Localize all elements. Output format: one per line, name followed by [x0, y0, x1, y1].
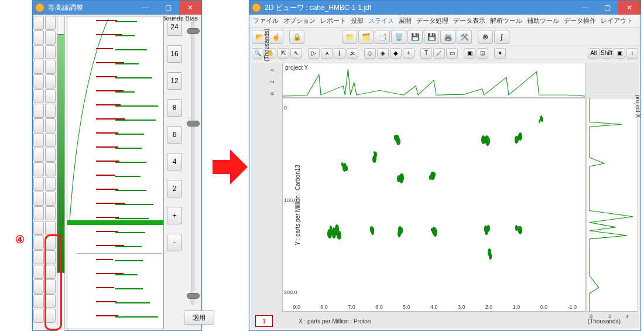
levels-2-button[interactable]: 2	[167, 180, 182, 197]
print-icon[interactable]: 🖨️	[440, 30, 455, 44]
level-button[interactable]	[33, 30, 44, 45]
level-button[interactable]	[45, 118, 56, 132]
level-button[interactable]	[33, 45, 44, 59]
menu-4[interactable]: スライス	[368, 16, 394, 25]
level-button[interactable]	[45, 16, 56, 30]
cursor-icon[interactable]: ↖	[290, 48, 302, 59]
shift-button[interactable]: Shift	[601, 48, 612, 59]
box-icon[interactable]: ▣	[464, 48, 475, 59]
vert-button[interactable]: ↕	[626, 48, 638, 59]
level-button[interactable]	[33, 309, 44, 323]
menu-8[interactable]: 解析ツール	[490, 16, 522, 25]
level-button[interactable]	[33, 279, 44, 294]
bounds-slider[interactable]	[191, 22, 194, 305]
level-button[interactable]	[45, 177, 56, 191]
saveall-icon[interactable]: 💾	[424, 30, 439, 44]
level-button[interactable]	[33, 60, 44, 74]
contour-titlebar[interactable]: 等高線調整	[33, 1, 201, 15]
level-button[interactable]	[45, 279, 56, 294]
magic-icon[interactable]: ✦	[494, 48, 506, 59]
maximize-button[interactable]	[157, 1, 179, 15]
match-icon[interactable]: ⩕	[347, 48, 358, 59]
copy-icon[interactable]: 📑	[375, 30, 390, 44]
levels-16-button[interactable]: 16	[167, 45, 182, 63]
menu-7[interactable]: データ表示	[453, 16, 485, 25]
peak-icon[interactable]: ⋏	[321, 48, 333, 59]
plus-icon[interactable]: +	[403, 48, 415, 59]
close-button[interactable]	[179, 1, 201, 15]
menu-6[interactable]: データ処理	[416, 16, 448, 25]
level-button[interactable]	[45, 89, 56, 103]
minimize-button[interactable]	[135, 1, 157, 15]
save-icon[interactable]: 💾	[407, 30, 423, 44]
select-icon[interactable]: ⇱	[278, 48, 289, 59]
dia2-icon[interactable]: ◈	[377, 48, 389, 59]
menu-3[interactable]: 投影	[351, 16, 364, 25]
menu-9[interactable]: 補助ツール	[527, 16, 559, 25]
levels---button[interactable]: -	[167, 234, 182, 251]
hand-icon[interactable]: ☝️	[268, 30, 283, 44]
level-button[interactable]	[33, 104, 44, 118]
trash-icon[interactable]: 🗑️	[391, 30, 406, 44]
alt-button[interactable]: Alt	[588, 48, 600, 59]
integral-icon[interactable]: ∫	[494, 30, 509, 44]
level-button[interactable]	[45, 30, 56, 45]
folder-icon[interactable]: 📁	[342, 30, 357, 44]
play-icon[interactable]: ▷	[308, 48, 320, 59]
level-button[interactable]	[45, 265, 56, 279]
view-button[interactable]: ▣	[614, 48, 625, 59]
lock-icon[interactable]: 🔒	[289, 30, 304, 44]
level-button[interactable]	[45, 294, 56, 308]
level-button[interactable]	[33, 148, 44, 162]
level-button[interactable]	[45, 236, 56, 250]
maximize-button[interactable]	[596, 1, 618, 15]
level-button[interactable]	[45, 45, 56, 59]
level-button[interactable]	[33, 221, 44, 235]
level-button[interactable]	[33, 206, 44, 220]
page-button[interactable]: 1	[255, 315, 273, 327]
slider-thumb-top[interactable]	[187, 28, 200, 34]
level-button[interactable]	[45, 133, 56, 147]
rect-icon[interactable]: ▭	[446, 48, 458, 59]
level-button[interactable]	[45, 148, 56, 162]
dia1-icon[interactable]: ◇	[364, 48, 376, 59]
level-button[interactable]	[33, 16, 44, 30]
base-icon[interactable]: ⌊	[334, 48, 345, 59]
menu-2[interactable]: レポート	[320, 16, 346, 25]
level-button[interactable]	[33, 177, 44, 191]
levels-8-button[interactable]: 8	[167, 99, 182, 117]
level-button[interactable]	[45, 104, 56, 118]
level-button[interactable]	[33, 162, 44, 176]
levels-+-button[interactable]: +	[167, 207, 182, 224]
level-button[interactable]	[33, 74, 44, 88]
dia3-icon[interactable]: ◆	[390, 48, 402, 59]
level-button[interactable]	[45, 221, 56, 235]
menu-11[interactable]: レイアウト	[601, 16, 633, 25]
level-button[interactable]	[33, 265, 44, 279]
level-bar[interactable]	[57, 16, 65, 331]
menu-0[interactable]: ファイル	[253, 16, 279, 25]
level-button[interactable]	[45, 192, 56, 206]
slider-thumb-bottom[interactable]	[187, 293, 200, 299]
menu-10[interactable]: データ操作	[564, 16, 596, 25]
level-button[interactable]	[45, 162, 56, 176]
level-button[interactable]	[45, 206, 56, 220]
line-icon[interactable]: ／	[433, 48, 445, 59]
levels-4-button[interactable]: 4	[167, 153, 182, 170]
level-button[interactable]	[45, 60, 56, 74]
viewer-titlebar[interactable]: 2D ビューワ : cahe_HMBC-1-1.jdf	[249, 1, 640, 15]
level-button[interactable]	[33, 118, 44, 132]
level-button[interactable]	[33, 236, 44, 250]
menu-5[interactable]: 展開	[399, 16, 412, 25]
level-button[interactable]	[33, 133, 44, 147]
level-button[interactable]	[33, 192, 44, 206]
levels-6-button[interactable]: 6	[167, 126, 182, 144]
contour-2d-plot[interactable]: 9.08.07.06.05.04.03.02.01.00.0-1.00100.0…	[282, 98, 585, 312]
cancel-icon[interactable]: ⊗	[478, 30, 493, 44]
tool-icon[interactable]: 🛠️	[457, 30, 472, 44]
menu-1[interactable]: オプション	[283, 16, 316, 25]
text-icon[interactable]: T	[420, 48, 432, 59]
level-button[interactable]	[33, 294, 44, 308]
zoom-icon[interactable]: 🔍	[252, 48, 263, 59]
close-button[interactable]	[618, 1, 640, 15]
